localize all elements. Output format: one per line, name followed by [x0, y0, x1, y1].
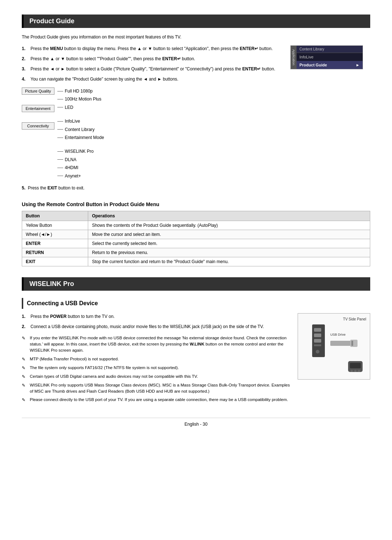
feature-items-col: Full HD 1080p100Hz Motion PlusLEDInfoLiv… — [54, 87, 104, 180]
table-row: Yellow ButtonShows the contents of the P… — [22, 221, 370, 230]
table-row: RETURNReturn to the previous menu. — [22, 248, 370, 257]
diagram-left: 1.Press the MENU button to display the m… — [22, 45, 283, 196]
note-item: ✎WISELINK Pro only supports USB Mass Sto… — [22, 382, 290, 395]
feature-label-entertainment: Entertainment — [22, 105, 54, 112]
note-text: If you enter the WISELINK Pro mode with … — [30, 335, 290, 354]
feature-item: 4HDMI — [54, 164, 104, 171]
feature-item: 100Hz Motion Plus — [54, 95, 104, 103]
page-footer: English - 30 — [22, 418, 370, 427]
menu-sidebar: Application Content Library InfoLive Pro… — [291, 46, 363, 69]
note-text: The file system only supports FAT16/32 (… — [30, 365, 179, 371]
note-item: ✎Please connect directly to the USB port… — [22, 397, 290, 403]
feature-item: Content Library — [54, 126, 104, 133]
operation-cell: Shows the contents of the Product Guide … — [88, 221, 370, 230]
note-item: ✎Certain types of USB Digital camera and… — [22, 373, 290, 380]
usb-step-item: 1.Press the POWER button to turn the TV … — [22, 313, 290, 320]
menu-item-productguide[interactable]: Product Guide ► — [297, 61, 363, 69]
table-row: Wheel (◄/►)Move the cursor and select an… — [22, 230, 370, 239]
feature-labels-col: Picture Quality Entertainment Connectivi… — [22, 87, 54, 180]
step-item: 1.Press the MENU button to display the m… — [22, 45, 283, 52]
steps-list: 1.Press the MENU button to display the m… — [22, 45, 283, 82]
connecting-usb-title: Connecting a USB Device — [22, 298, 370, 309]
usb-drive-svg — [330, 338, 359, 349]
table-header-operations: Operations — [88, 211, 370, 221]
svg-rect-2 — [314, 334, 321, 337]
menu-item-productguide-label: Product Guide — [299, 63, 327, 67]
feature-item: InfoLive — [54, 118, 104, 125]
product-guide-title: Product Guide — [22, 15, 370, 28]
remote-control-table: Button Operations Yellow ButtonShows the… — [22, 211, 370, 266]
menu-item-infolive: InfoLive — [297, 53, 363, 61]
wiselink-title: WISELINK Pro — [22, 277, 370, 291]
button-cell: RETURN — [22, 248, 88, 257]
step-item: 2.Press the ▲ or ▼ button to select ""Pr… — [22, 56, 283, 62]
note-text: WISELINK Pro only supports USB Mass Stor… — [30, 382, 290, 395]
remote-section-title: Using the Remote Control Button in Produ… — [22, 201, 370, 207]
svg-rect-10 — [350, 363, 361, 368]
tv-diagram: TV Side Panel USB Drive — [298, 313, 370, 380]
product-guide-section: Product Guide The Product Guide gives yo… — [22, 15, 370, 266]
feature-item: WISELINK Pro — [54, 148, 104, 155]
menu-arrow-icon: ► — [356, 63, 360, 67]
note-text: Certain types of USB Digital camera and … — [30, 373, 198, 380]
feature-label-connectivity: Connectivity — [22, 122, 54, 130]
usb-steps-list: 1.Press the POWER button to turn the TV … — [22, 313, 290, 330]
usb-content-row: 1.Press the POWER button to turn the TV … — [22, 313, 370, 407]
svg-point-12 — [354, 370, 356, 372]
note-icon: ✎ — [22, 382, 28, 395]
footer-text: English - 30 — [184, 422, 207, 427]
table-row: EXITStop the current function and return… — [22, 257, 370, 266]
menu-side-label: Application — [291, 46, 297, 69]
operation-cell: Return to the previous menu. — [88, 248, 370, 257]
table-header-button: Button — [22, 211, 88, 221]
feature-label-picture: Picture Quality — [22, 87, 54, 95]
note-icon: ✎ — [22, 335, 28, 354]
step-item: 3.Press the ◄ or ► button to select a Gu… — [22, 66, 283, 72]
note-item: ✎MTP (Media Transfer Protocol) is not su… — [22, 356, 290, 363]
feature-item: Entertainment Mode — [54, 134, 104, 141]
remote-control-svg — [344, 361, 366, 376]
svg-point-5 — [316, 350, 319, 353]
table-row: ENTERSelect the currently selected item. — [22, 239, 370, 248]
menu-header: Content Library — [297, 46, 363, 53]
button-cell: Yellow Button — [22, 221, 88, 230]
features-layout: Picture Quality Entertainment Connectivi… — [22, 87, 283, 180]
svg-point-11 — [351, 370, 353, 372]
operation-cell: Select the currently selected item. — [88, 239, 370, 248]
svg-rect-4 — [314, 344, 321, 346]
main-diagram-row: 1.Press the MENU button to display the m… — [22, 45, 370, 196]
note-text: MTP (Media Transfer Protocol) is not sup… — [30, 356, 119, 363]
svg-rect-8 — [351, 341, 353, 346]
step-item: 4.You can navigate the "Product Guide" s… — [22, 76, 283, 82]
menu-screenshot-area: Application Content Library InfoLive Pro… — [290, 45, 370, 69]
note-item: ✎If you enter the WISELINK Pro mode with… — [22, 335, 290, 354]
connecting-usb-section: Connecting a USB Device 1.Press the POWE… — [22, 298, 370, 407]
note-icon: ✎ — [22, 365, 28, 371]
button-cell: EXIT — [22, 257, 88, 266]
using-remote-section: Using the Remote Control Button in Produ… — [22, 201, 370, 266]
tv-side-panel-label: TV Side Panel — [302, 317, 366, 321]
menu-screenshot: Application Content Library InfoLive Pro… — [290, 45, 363, 69]
svg-rect-6 — [330, 341, 352, 346]
feature-item: Anynet+ — [54, 172, 104, 180]
usb-text-col: 1.Press the POWER button to turn the TV … — [22, 313, 290, 407]
feature-item: LED — [54, 104, 104, 111]
usb-diagram-col: TV Side Panel USB Drive — [298, 313, 370, 380]
operation-cell: Stop the current function and return to … — [88, 257, 370, 266]
svg-rect-1 — [314, 328, 321, 332]
usb-step-item: 2.Connect a USB device containing photo,… — [22, 323, 290, 330]
note-icon: ✎ — [22, 397, 28, 403]
usb-notes-list: ✎If you enter the WISELINK Pro mode with… — [22, 335, 290, 403]
note-text: Please connect directly to the USB port … — [30, 397, 288, 403]
svg-point-13 — [358, 370, 360, 372]
step5-text: 5. Press the EXIT button to exit. — [22, 185, 283, 191]
svg-rect-3 — [314, 339, 321, 343]
note-icon: ✎ — [22, 373, 28, 380]
wiselink-section: WISELINK Pro — [22, 277, 370, 291]
button-cell: Wheel (◄/►) — [22, 230, 88, 239]
usb-drive-label: USB Drive — [330, 333, 346, 336]
intro-text: The Product Guide gives you information … — [22, 34, 370, 40]
operation-cell: Move the cursor and select an item. — [88, 230, 370, 239]
menu-content: Content Library InfoLive Product Guide ► — [297, 46, 363, 69]
note-icon: ✎ — [22, 356, 28, 363]
